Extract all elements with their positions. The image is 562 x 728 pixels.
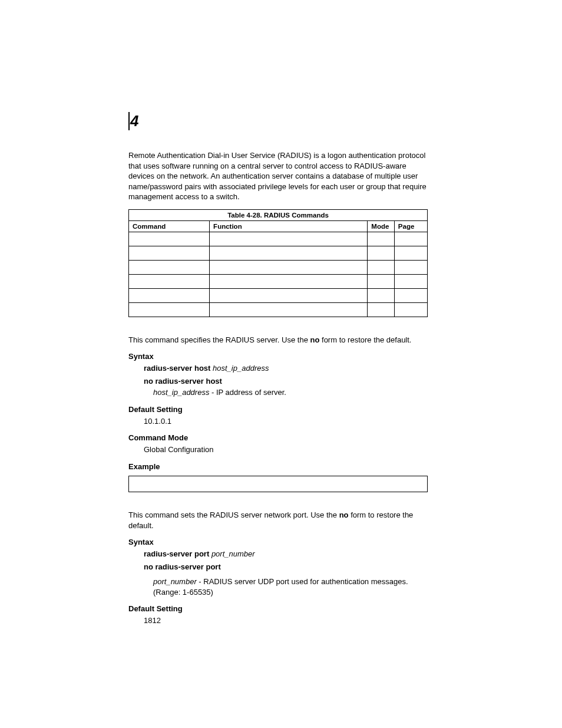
example-box [128,476,428,492]
table-row [129,246,427,260]
default-setting-heading: Default Setting [128,405,428,414]
radius-commands-table: Table 4-28. RADIUS Commands Command Func… [128,209,428,317]
default-setting-value: 10.1.0.1 [144,416,428,427]
table-row [129,288,427,302]
default-setting-heading: Default Setting [128,604,428,613]
command-mode-value: Global Configuration [144,444,428,455]
port-description: This command sets the RADIUS server netw… [128,510,428,531]
syntax-line-1: radius-server port port_number [144,549,428,559]
table-title: Table 4-28. RADIUS Commands [129,210,427,221]
syntax-line-2: no radius-server port [144,562,428,572]
intro-paragraph: Remote Authentication Dial-in User Servi… [128,150,428,202]
col-header-function: Function [210,221,368,232]
syntax-heading: Syntax [128,352,428,361]
col-header-command: Command [129,221,210,232]
col-header-page: Page [394,221,427,232]
syntax-line-1: radius-server host host_ip_address [144,363,428,374]
table-header-row: Command Function Mode Page [129,221,427,232]
chapter-number-badge: 4 [128,112,138,130]
example-heading: Example [128,462,428,471]
syntax-arg-desc: host_ip_address - IP address of server. [153,387,428,398]
table-row [129,302,427,317]
command-mode-heading: Command Mode [128,433,428,442]
default-setting-value: 1812 [144,615,428,626]
table-row [129,274,427,288]
col-header-mode: Mode [368,221,395,232]
syntax-line-2: no radius-server host [144,376,428,387]
syntax-arg-desc: port_number - RADIUS server UDP port use… [153,577,428,597]
syntax-heading: Syntax [128,538,428,546]
table-row [129,232,427,246]
table-row [129,260,427,274]
host-description: This command specifies the RADIUS server… [128,335,428,345]
